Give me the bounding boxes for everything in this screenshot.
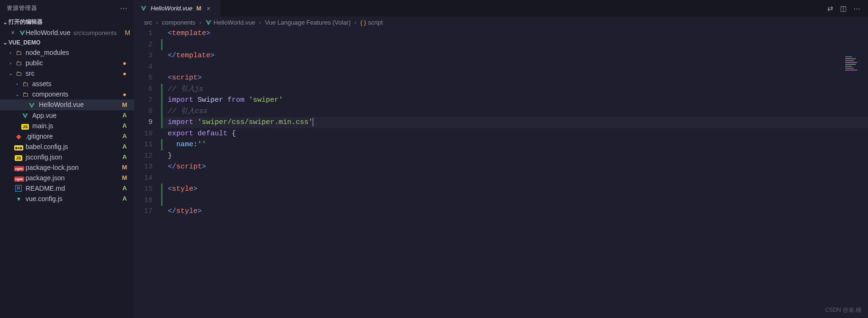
- folder-item[interactable]: ›🗀assets: [0, 79, 134, 89]
- item-name: package.json: [26, 174, 119, 182]
- file-item[interactable]: JSmain.jsA: [0, 121, 134, 131]
- item-icon: npm: [14, 164, 23, 171]
- git-dot: ●: [119, 70, 130, 77]
- item-name: assets: [32, 80, 119, 88]
- item-name: src: [26, 70, 119, 77]
- chevron-down-icon: ⌄: [2, 39, 9, 46]
- folder-icon: 🗀: [16, 70, 22, 77]
- more-actions-icon[interactable]: ⋯: [853, 4, 860, 13]
- folder-item[interactable]: ⌄🗀components●: [0, 89, 134, 99]
- compare-icon[interactable]: ⇄: [827, 4, 833, 13]
- chevron-icon: ›: [7, 60, 14, 66]
- file-icon: [19, 29, 26, 36]
- folder-item[interactable]: ›🗀public●: [0, 58, 134, 68]
- sidebar-header: 资源管理器 ⋯: [0, 0, 134, 17]
- project-name: VUE_DEMO: [9, 39, 40, 46]
- item-name: public: [26, 59, 119, 67]
- chevron-icon: ⌄: [7, 71, 14, 77]
- file-name: HelloWorld.vue: [26, 29, 71, 36]
- item-name: main.js: [32, 122, 119, 130]
- close-icon[interactable]: ×: [205, 5, 212, 12]
- git-status: A: [119, 122, 130, 129]
- code-content[interactable]: <template></template><script>// 引入jsimpo…: [161, 28, 868, 318]
- item-icon: [27, 101, 36, 108]
- file-item[interactable]: ▾vue.config.jsA: [0, 194, 134, 204]
- chevron-icon: ›: [7, 50, 14, 55]
- open-editors-header[interactable]: ⌄ 打开的编辑器: [0, 17, 134, 27]
- chevron-icon: ›: [13, 81, 21, 87]
- git-status: M: [125, 29, 130, 36]
- item-name: README.md: [26, 185, 119, 192]
- item-name: node_modules: [26, 49, 119, 56]
- item-icon: npm: [14, 174, 23, 182]
- file-item[interactable]: JSjsconfig.jsonA: [0, 152, 134, 162]
- chevron-down-icon: ⌄: [2, 19, 9, 26]
- git-status: A: [119, 185, 130, 192]
- item-icon: JS: [21, 122, 29, 130]
- item-icon: 🄼: [14, 185, 23, 192]
- item-name: App.vue: [32, 112, 119, 119]
- git-status: A: [119, 195, 130, 202]
- folder-icon: 🗀: [16, 49, 22, 56]
- git-status: A: [119, 153, 130, 160]
- breadcrumb-item[interactable]: Vue Language Features (Volar): [265, 19, 351, 26]
- file-path: src\components: [73, 29, 125, 36]
- item-name: components: [32, 90, 119, 98]
- tab-bar-actions: ⇄ ◫ ⋯: [827, 4, 868, 13]
- file-item[interactable]: HelloWorld.vueM: [0, 99, 134, 110]
- git-status: M: [119, 174, 130, 181]
- item-icon: [21, 112, 29, 119]
- folder-icon: 🗀: [22, 91, 28, 98]
- git-status: A: [119, 112, 130, 119]
- breadcrumb-item[interactable]: { } script: [360, 19, 382, 26]
- editor-tab[interactable]: HelloWorld.vueM×: [135, 0, 221, 17]
- breadcrumb-item[interactable]: src: [144, 19, 152, 26]
- file-item[interactable]: 🄼README.mdA: [0, 183, 134, 194]
- file-item[interactable]: ◆.gitignoreA: [0, 131, 134, 141]
- item-icon: ▾: [14, 195, 23, 203]
- git-status: M: [119, 164, 130, 171]
- minimap[interactable]: [845, 56, 862, 76]
- watermark: CSDN @秦.楠: [825, 306, 861, 314]
- breadcrumb-item[interactable]: components: [162, 19, 196, 26]
- breadcrumb-item[interactable]: HelloWorld.vue: [205, 18, 255, 26]
- git-status: M: [119, 101, 130, 108]
- item-icon: 🗀: [21, 80, 29, 88]
- close-icon[interactable]: ×: [9, 29, 16, 36]
- git-status: A: [119, 143, 130, 150]
- file-item[interactable]: ʙᴀʙbabel.config.jsA: [0, 141, 134, 152]
- item-icon: 🗀: [14, 70, 23, 77]
- item-icon: 🗀: [21, 90, 29, 98]
- tab-bar: HelloWorld.vueM× ⇄ ◫ ⋯: [135, 0, 868, 17]
- line-gutter: 1234567891011121314151617: [135, 28, 161, 318]
- item-name: .gitignore: [26, 132, 119, 140]
- chevron-icon: ⌄: [13, 91, 21, 97]
- tab-status: M: [196, 5, 201, 12]
- file-item[interactable]: npmpackage-lock.jsonM: [0, 162, 134, 173]
- item-name: babel.config.js: [26, 143, 119, 150]
- file-item[interactable]: npmpackage.jsonM: [0, 173, 134, 183]
- split-editor-icon[interactable]: ◫: [840, 4, 847, 13]
- item-icon: ʙᴀʙ: [14, 143, 23, 150]
- more-icon[interactable]: ⋯: [120, 4, 127, 13]
- file-item[interactable]: App.vueA: [0, 110, 134, 121]
- item-name: vue.config.js: [26, 195, 119, 203]
- explorer-sidebar: 资源管理器 ⋯ ⌄ 打开的编辑器 × HelloWorld.vue src\co…: [0, 0, 135, 318]
- item-name: package-lock.json: [26, 164, 119, 171]
- item-icon: 🗀: [14, 59, 23, 67]
- project-header[interactable]: ⌄ VUE_DEMO: [0, 38, 134, 47]
- git-dot: ●: [119, 91, 130, 98]
- open-editor-item[interactable]: × HelloWorld.vue src\components M: [0, 27, 134, 38]
- git-status: A: [119, 132, 130, 140]
- open-editors-label: 打开的编辑器: [9, 18, 43, 26]
- git-dot: ●: [119, 60, 130, 67]
- item-icon: JS: [14, 153, 23, 161]
- item-name: jsconfig.json: [26, 153, 119, 161]
- folder-icon: 🗀: [22, 80, 28, 88]
- tab-name: HelloWorld.vue: [151, 5, 192, 12]
- folder-item[interactable]: ›🗀node_modules: [0, 47, 134, 58]
- item-icon: 🗀: [14, 49, 23, 56]
- code-editor[interactable]: 1234567891011121314151617 <template></te…: [135, 28, 868, 318]
- folder-item[interactable]: ⌄🗀src●: [0, 68, 134, 79]
- sidebar-title: 资源管理器: [7, 4, 37, 12]
